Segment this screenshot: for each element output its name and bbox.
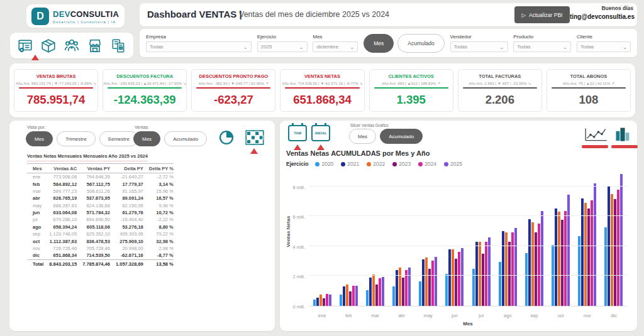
bar-2020-may[interactable] bbox=[419, 281, 421, 306]
nav-dashboard-settings-icon[interactable] bbox=[16, 36, 35, 55]
bar-2024-may[interactable] bbox=[431, 261, 434, 306]
nav-package-icon[interactable] bbox=[39, 36, 58, 55]
legend-item-2025[interactable]: 2025 bbox=[444, 161, 462, 167]
bar-2022-mar[interactable] bbox=[372, 274, 375, 306]
bar-2022-abr[interactable] bbox=[399, 268, 401, 306]
anual-calendar-button[interactable]: ANUAL bbox=[311, 125, 330, 141]
bar-2020-jul[interactable] bbox=[472, 269, 475, 306]
bar-2020-jun[interactable] bbox=[445, 274, 448, 306]
table-row-oct[interactable]: oct1.112.387,63836.478,53275.909,1032,98… bbox=[27, 237, 174, 244]
toggle-option-mes[interactable]: Mes bbox=[349, 129, 376, 144]
bar-2024-sep[interactable] bbox=[538, 224, 540, 306]
bar-2021-jun[interactable] bbox=[448, 249, 451, 306]
legend-item-2021[interactable]: 2021 bbox=[341, 161, 359, 167]
bar-2022-ene[interactable] bbox=[319, 295, 322, 306]
mes-select[interactable]: diciembre⌄ bbox=[313, 41, 358, 52]
vendedor-select[interactable]: Todas⌄ bbox=[450, 41, 508, 52]
toggle-option-trimestre[interactable]: Trimestre bbox=[57, 131, 95, 146]
bar-2020-mar[interactable] bbox=[366, 290, 369, 306]
table-row-may[interactable]: may686.287,63624.136,6862.150,959,96 % bbox=[27, 202, 174, 209]
bar-2021-may[interactable] bbox=[422, 259, 425, 306]
bar-2023-nov[interactable] bbox=[587, 209, 590, 306]
bar-2021-mar[interactable] bbox=[369, 278, 372, 306]
pie-chart-view-icon[interactable] bbox=[218, 129, 235, 149]
bar-2020-abr[interactable] bbox=[392, 286, 395, 306]
bar-2025-may[interactable] bbox=[435, 257, 437, 306]
bar-2025-dic[interactable] bbox=[620, 174, 623, 306]
bar-2025-jun[interactable] bbox=[461, 248, 464, 306]
legend-item-2022[interactable]: 2022 bbox=[367, 161, 385, 167]
bar-chart-view-icon[interactable] bbox=[614, 126, 631, 145]
bar-2024-ago[interactable] bbox=[511, 232, 514, 306]
refresh-pbi-button[interactable]: ▷Actualizar PBI bbox=[514, 6, 570, 23]
nav-documents-calculator-icon[interactable] bbox=[109, 36, 128, 55]
table-view-icon[interactable] bbox=[245, 130, 264, 148]
bar-2025-oct[interactable] bbox=[567, 195, 570, 306]
toggle-option-acumulado[interactable]: Acumulado bbox=[380, 129, 423, 144]
bar-2024-ene[interactable] bbox=[326, 294, 328, 306]
legend-item-2024[interactable]: 2024 bbox=[418, 161, 436, 167]
table-row-nov[interactable]: nov726.726,46705.728,4620.998,002,98 % bbox=[27, 245, 174, 252]
bar-2023-jun[interactable] bbox=[455, 259, 457, 306]
bar-2022-nov[interactable] bbox=[584, 203, 587, 306]
bar-2024-oct[interactable] bbox=[564, 211, 567, 306]
table-row-total[interactable]: Total8.843.203,157.785.874,461.057.328,6… bbox=[27, 259, 174, 268]
bar-2025-ene[interactable] bbox=[329, 295, 331, 306]
toggle-option-semestre[interactable]: Semestre bbox=[99, 131, 138, 146]
bar-2022-jun[interactable] bbox=[452, 249, 454, 306]
bar-2025-jul[interactable] bbox=[488, 237, 491, 306]
bar-2020-ago[interactable] bbox=[499, 262, 501, 306]
bar-2024-feb[interactable] bbox=[352, 286, 355, 306]
table-row-ago[interactable]: ago658.394,24605.118,0653.276,188,80 % bbox=[27, 224, 174, 230]
table-row-mar[interactable]: mar589.777,23508.611,2681.165,9715,96 % bbox=[27, 188, 174, 195]
bar-2022-dic[interactable] bbox=[611, 194, 613, 306]
bar-2023-feb[interactable] bbox=[349, 291, 352, 306]
nav-store-icon[interactable] bbox=[86, 36, 104, 55]
table-row-ene[interactable]: ene773.008,08794.648,35-21.640,27-2,72 % bbox=[27, 173, 174, 181]
bar-2021-oct[interactable] bbox=[555, 209, 557, 306]
bar-2025-ago[interactable] bbox=[514, 228, 517, 306]
bar-2023-jul[interactable] bbox=[482, 254, 484, 306]
bar-2023-may[interactable] bbox=[428, 269, 431, 306]
bar-2021-nov[interactable] bbox=[581, 198, 584, 306]
legend-item-2023[interactable]: 2023 bbox=[392, 161, 411, 167]
nav-people-icon[interactable] bbox=[62, 36, 81, 55]
toggle-option-mes[interactable]: Mes bbox=[133, 131, 160, 146]
bar-2022-jul[interactable] bbox=[479, 242, 481, 306]
line-chart-view-icon[interactable] bbox=[583, 126, 609, 145]
table-row-dic[interactable]: dic651.868,34714.539,50-62.671,16-8,77 % bbox=[27, 252, 174, 259]
cliente-select[interactable]: Todas⌄ bbox=[577, 41, 631, 52]
bar-2025-feb[interactable] bbox=[355, 286, 358, 306]
bar-2021-sep[interactable] bbox=[528, 219, 531, 306]
bar-2021-ago[interactable] bbox=[502, 231, 504, 306]
empresa-select[interactable]: Todas⌄ bbox=[146, 41, 252, 52]
bar-2025-sep[interactable] bbox=[541, 211, 543, 306]
table-row-abr[interactable]: abr626.765,19537.673,9589.091,2416,57 % bbox=[27, 195, 174, 202]
bar-2024-dic[interactable] bbox=[617, 190, 619, 306]
bar-2021-dic[interactable] bbox=[608, 187, 610, 306]
bar-2025-abr[interactable] bbox=[408, 268, 411, 306]
bar-2024-jun[interactable] bbox=[458, 252, 460, 306]
bar-2024-mar[interactable] bbox=[379, 278, 381, 306]
legend-item-2020[interactable]: 2020 bbox=[315, 161, 333, 167]
bar-2022-may[interactable] bbox=[425, 257, 428, 306]
bar-2025-nov[interactable] bbox=[594, 183, 596, 306]
tam-calendar-button[interactable]: TAM bbox=[288, 125, 307, 141]
toggle-option-acumulado[interactable]: Acumulado bbox=[397, 34, 445, 53]
toggle-option-mes[interactable]: Mes bbox=[26, 131, 53, 146]
bar-2021-ene[interactable] bbox=[316, 298, 319, 306]
toggle-option-acumulado[interactable]: Acumulado bbox=[164, 131, 207, 146]
toggle-option-mes[interactable]: Mes bbox=[364, 34, 394, 53]
table-row-jun[interactable]: jun633.064,08571.784,3261.279,7610,72 % bbox=[27, 209, 174, 216]
bar-2024-jul[interactable] bbox=[485, 242, 487, 306]
bar-2020-feb[interactable] bbox=[340, 295, 342, 306]
bar-2021-jul[interactable] bbox=[475, 242, 478, 306]
bar-2023-oct[interactable] bbox=[561, 220, 564, 306]
bar-2023-sep[interactable] bbox=[535, 232, 537, 306]
bar-2023-mar[interactable] bbox=[375, 285, 378, 306]
bar-2023-ago[interactable] bbox=[508, 242, 511, 306]
bar-2023-abr[interactable] bbox=[402, 278, 404, 306]
bar-2022-ago[interactable] bbox=[505, 232, 508, 306]
bar-2020-nov[interactable] bbox=[578, 236, 580, 306]
bar-2020-ene[interactable] bbox=[313, 300, 316, 306]
